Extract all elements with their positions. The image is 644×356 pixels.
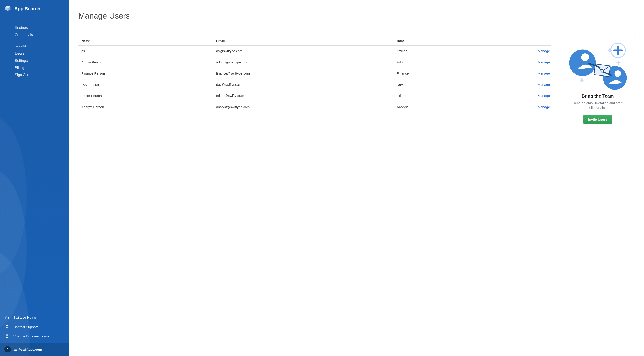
footer-link-label: Contact Support — [14, 325, 38, 329]
nav-group-account: ACCOUNT — [0, 42, 69, 49]
manage-user-link[interactable]: Manage — [538, 49, 550, 53]
cell-name: Finance Person — [78, 68, 213, 79]
manage-user-link[interactable]: Manage — [538, 71, 550, 75]
sidebar-item-settings[interactable]: Settings — [0, 57, 69, 64]
cube-icon — [4, 5, 11, 12]
col-name: Name — [78, 36, 213, 45]
cell-email: dev@swiftype.com — [213, 79, 394, 90]
invite-card: Bring the Team Send an email invitation … — [560, 36, 635, 130]
footer-link-support[interactable]: Contact Support — [0, 322, 69, 332]
cell-action: Manage — [476, 101, 551, 113]
chat-icon — [5, 325, 10, 329]
invite-card-description: Send an email invitation and start colla… — [565, 101, 630, 110]
footer-link-home[interactable]: Swiftype Home — [0, 313, 69, 322]
sidebar-item-users[interactable]: Users — [0, 50, 69, 57]
cell-role: Owner — [394, 45, 476, 57]
sidebar-footer-links: Swiftype Home Contact Support Visit the … — [0, 311, 69, 341]
svg-point-5 — [615, 70, 621, 77]
brand[interactable]: App Search — [0, 0, 69, 15]
col-actions — [476, 36, 551, 45]
manage-user-link[interactable]: Manage — [538, 60, 550, 64]
cell-role: Analyst — [394, 101, 476, 113]
cell-email: as@swiftype.com — [213, 45, 394, 57]
cell-action: Manage — [476, 57, 551, 68]
cell-action: Manage — [476, 68, 551, 79]
table-row: Finance Personfinance@swiftype.comFinanc… — [78, 68, 551, 79]
cell-email: analyst@swiftype.com — [213, 101, 394, 113]
cell-email: finance@swiftype.com — [213, 68, 394, 79]
manage-user-link[interactable]: Manage — [538, 105, 550, 109]
sidebar: App Search Engines Credentials ACCOUNT U… — [0, 0, 69, 356]
manage-user-link[interactable]: Manage — [538, 94, 550, 98]
docs-icon — [5, 334, 10, 338]
brand-title: App Search — [14, 6, 40, 11]
cell-role: Dev — [394, 79, 476, 90]
current-user[interactable]: A as@swiftype.com — [0, 343, 69, 356]
sidebar-item-engines[interactable]: Engines — [0, 24, 69, 31]
cell-email: editor@swiftype.com — [213, 90, 394, 101]
team-illustration-icon — [565, 41, 630, 91]
table-row: Dev Persondev@swiftype.comDevManage — [78, 79, 551, 90]
cell-action: Manage — [476, 79, 551, 90]
col-role: Role — [394, 36, 476, 45]
cell-action: Manage — [476, 45, 551, 57]
table-row: Analyst Personanalyst@swiftype.comAnalys… — [78, 101, 551, 113]
sidebar-item-sign-out[interactable]: Sign Out — [0, 71, 69, 79]
sidebar-item-credentials[interactable]: Credentials — [0, 31, 69, 38]
primary-nav: Engines Credentials ACCOUNT Users Settin… — [0, 15, 69, 311]
page-title: Manage Users — [78, 11, 635, 20]
cell-name: Editor Person — [78, 90, 213, 101]
cell-role: Editor — [394, 90, 476, 101]
current-user-email: as@swiftype.com — [14, 348, 42, 351]
cell-role: Admin — [394, 57, 476, 68]
cell-email: admin@swiftype.com — [213, 57, 394, 68]
table-row: asas@swiftype.comOwnerManage — [78, 45, 551, 57]
cell-name: Admin Person — [78, 57, 213, 68]
main-content: Manage Users Name Email Role asas@swifty… — [69, 0, 644, 356]
footer-link-label: Visit the Documentation — [14, 334, 49, 338]
cell-action: Manage — [476, 90, 551, 101]
invite-users-button[interactable]: Invite Users — [583, 115, 612, 124]
svg-point-3 — [581, 53, 589, 61]
cell-name: Analyst Person — [78, 101, 213, 113]
cell-role: Finance — [394, 68, 476, 79]
users-table: Name Email Role asas@swiftype.comOwnerMa… — [78, 36, 551, 112]
cell-name: Dev Person — [78, 79, 213, 90]
users-table-wrapper: Name Email Role asas@swiftype.comOwnerMa… — [78, 36, 551, 112]
col-email: Email — [213, 36, 394, 45]
svg-point-2 — [569, 50, 596, 76]
footer-link-docs[interactable]: Visit the Documentation — [0, 332, 69, 341]
table-row: Editor Personeditor@swiftype.comEditorMa… — [78, 90, 551, 101]
home-icon — [5, 315, 10, 319]
table-row: Admin Personadmin@swiftype.comAdminManag… — [78, 57, 551, 68]
invite-card-title: Bring the Team — [565, 94, 630, 99]
sidebar-item-billing[interactable]: Billing — [0, 64, 69, 71]
cell-name: as — [78, 45, 213, 57]
avatar: A — [4, 346, 11, 353]
footer-link-label: Swiftype Home — [14, 316, 36, 319]
manage-user-link[interactable]: Manage — [538, 83, 550, 86]
